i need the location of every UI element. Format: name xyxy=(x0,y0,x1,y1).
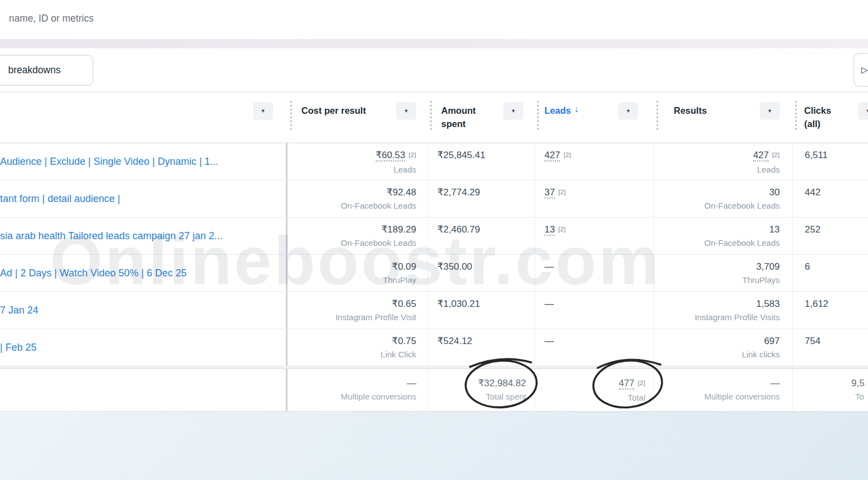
table-row: | Feb 25 ₹0.75 Link Click ₹524.12 — 697 … xyxy=(0,329,868,366)
results-cell: 3,709 ThruPlays xyxy=(654,255,793,291)
chevron-down-icon: ▼ xyxy=(768,108,773,114)
result-type-label: ThruPlay xyxy=(287,274,416,286)
totals-name-cell xyxy=(0,369,287,411)
leads-value[interactable]: 37 xyxy=(544,187,555,199)
amount-spent-cell: ₹2,460.79 xyxy=(427,218,534,254)
column-header-label: Leads xyxy=(544,104,571,117)
result-type-label: Instagram Profile Visit xyxy=(287,311,416,324)
leads-value[interactable]: 427 xyxy=(544,150,560,161)
clicks-cell: 754 xyxy=(793,329,868,366)
cost-per-result-cell: ₹0.75 Link Click xyxy=(287,329,427,366)
results-value: 30 xyxy=(654,185,780,199)
result-type-label: Link Click xyxy=(287,348,416,361)
ad-name-link[interactable]: sia arab health Tailored leads campaign … xyxy=(0,218,287,254)
results-value: 3,709 xyxy=(654,260,780,274)
totals-clicks-label: To xyxy=(851,390,868,403)
table-row: tant form | detail audience | ₹92.48 On-… xyxy=(0,180,868,218)
clicks-value: 1,612 xyxy=(805,297,868,311)
clicks-value: 754 xyxy=(805,334,868,348)
column-header-results[interactable]: Results ▼ xyxy=(654,92,793,143)
amount-spent-cell: ₹524.12 xyxy=(427,329,534,366)
ad-name-link[interactable]: tant form | detail audience | xyxy=(0,180,287,217)
footnote-ref: [2] xyxy=(558,189,566,195)
results-menu-button[interactable]: ▼ xyxy=(760,102,780,120)
cost-per-result-value: ₹92.48 xyxy=(287,185,416,199)
amount-spent-menu-button[interactable]: ▼ xyxy=(503,102,523,120)
column-header-amount-spent[interactable]: Amount spent ▼ xyxy=(427,92,534,143)
clicks-cell: 252 xyxy=(793,218,868,254)
leads-value: — xyxy=(544,334,654,348)
leads-value[interactable]: 13 xyxy=(544,224,555,236)
cost-per-result-menu-button[interactable]: ▼ xyxy=(396,102,416,120)
leads-cell: 37[2] xyxy=(534,180,654,217)
ad-name-link[interactable]: Ad | 2 Days | Watch Video 50% | 6 Dec 25 xyxy=(0,255,287,291)
name-column-menu-button[interactable]: ▼ xyxy=(253,102,273,120)
column-header-label: Results xyxy=(674,104,707,117)
chevron-down-icon: ▼ xyxy=(261,108,266,114)
totals-leads-label: Total xyxy=(535,391,645,404)
totals-results-value: — xyxy=(654,376,780,390)
results-cell: 13 On-Facebook Leads xyxy=(654,218,793,254)
totals-amount-spent-label: Total spent xyxy=(428,390,526,403)
results-value: 13 xyxy=(654,223,780,236)
totals-clicks-cell: 9,5 To xyxy=(793,369,868,411)
totals-clicks-value: 9,5 xyxy=(851,376,868,390)
clicks-cell: 6 xyxy=(793,255,868,291)
footnote-ref: [2] xyxy=(638,380,645,386)
column-drag-handle-icon[interactable] xyxy=(537,101,539,132)
cost-per-result-value[interactable]: ₹60.53 xyxy=(376,150,405,161)
column-header-leads[interactable]: Leads↓ ▼ xyxy=(534,92,654,143)
results-cell: 30 On-Facebook Leads xyxy=(654,180,793,217)
breakdowns-button-label: breakdowns xyxy=(8,64,60,76)
table-totals-row: — Multiple conversions ₹32,984.82 Total … xyxy=(0,368,868,412)
column-drag-handle-icon[interactable] xyxy=(795,101,797,132)
column-drag-handle-icon[interactable] xyxy=(657,101,658,132)
column-drag-handle-icon[interactable] xyxy=(290,101,292,132)
header-divider-strip xyxy=(0,39,868,48)
clicks-value: 6 xyxy=(805,260,868,274)
clicks-cell: 442 xyxy=(793,180,868,217)
results-cell: 1,583 Instagram Profile Visits xyxy=(654,292,793,329)
results-cell: 697 Link clicks xyxy=(654,329,793,366)
footnote-ref: [2] xyxy=(558,226,566,233)
column-header-clicks-all[interactable]: Clicks (all) ▼ xyxy=(793,92,868,143)
amount-spent-cell: ₹2,774.29 xyxy=(427,180,534,217)
ad-name-link[interactable]: 7 Jan 24 xyxy=(0,292,287,329)
column-drag-handle-icon[interactable] xyxy=(430,101,432,132)
clicks-cell: 1,612 xyxy=(793,292,868,329)
cost-per-result-cell: ₹92.48 On-Facebook Leads xyxy=(287,180,427,217)
totals-amount-spent-cell: ₹32,984.82 Total spent xyxy=(427,369,534,411)
leads-menu-button[interactable]: ▼ xyxy=(618,102,638,120)
table-row: 7 Jan 24 ₹0.65 Instagram Profile Visit ₹… xyxy=(0,292,868,329)
top-search-bar[interactable]: name, ID or metrics xyxy=(0,0,868,39)
totals-amount-spent-value: ₹32,984.82 xyxy=(428,376,526,390)
totals-cost-per-result-label: Multiple conversions xyxy=(287,390,416,403)
leads-cell: — xyxy=(534,255,654,291)
results-value[interactable]: 427 xyxy=(753,150,769,161)
totals-leads-value[interactable]: 477 xyxy=(619,378,634,390)
table-row: Ad | 2 Days | Watch Video 50% | 6 Dec 25… xyxy=(0,255,868,292)
breakdowns-button[interactable]: breakdowns xyxy=(0,55,93,85)
column-header-label: Clicks (all) xyxy=(804,104,843,130)
totals-leads-cell: 477[2] Total xyxy=(534,369,654,411)
clicks-value: 442 xyxy=(805,185,868,199)
column-header-label: Amount spent xyxy=(441,104,490,130)
cost-per-result-cell: ₹60.53[2] Leads xyxy=(287,143,427,180)
leads-value: — xyxy=(544,297,654,311)
chevron-down-icon: ▼ xyxy=(511,108,516,114)
clicks-menu-button[interactable]: ▼ xyxy=(858,102,868,120)
chevron-down-icon: ▼ xyxy=(404,108,409,114)
cost-per-result-value: ₹0.65 xyxy=(287,297,416,311)
result-type-label: On-Facebook Leads xyxy=(654,199,780,212)
result-type-label: Leads xyxy=(287,163,416,176)
sort-descending-icon: ↓ xyxy=(574,104,579,114)
column-header-label: Cost per result xyxy=(301,104,366,117)
table-header-row: ▼ Cost per result ▼ Amount spent ▼ Leads… xyxy=(0,92,868,143)
footnote-ref: [2] xyxy=(408,151,416,158)
ad-name-link[interactable]: | Feb 25 xyxy=(0,329,287,366)
ad-name-link[interactable]: Audience | Exclude | Single Video | Dyna… xyxy=(0,143,287,180)
column-header-cost-per-result[interactable]: Cost per result ▼ xyxy=(287,92,427,143)
export-button[interactable]: ▷ xyxy=(854,53,868,87)
search-input[interactable]: name, ID or metrics xyxy=(9,13,94,24)
column-header-name: ▼ xyxy=(0,92,287,143)
